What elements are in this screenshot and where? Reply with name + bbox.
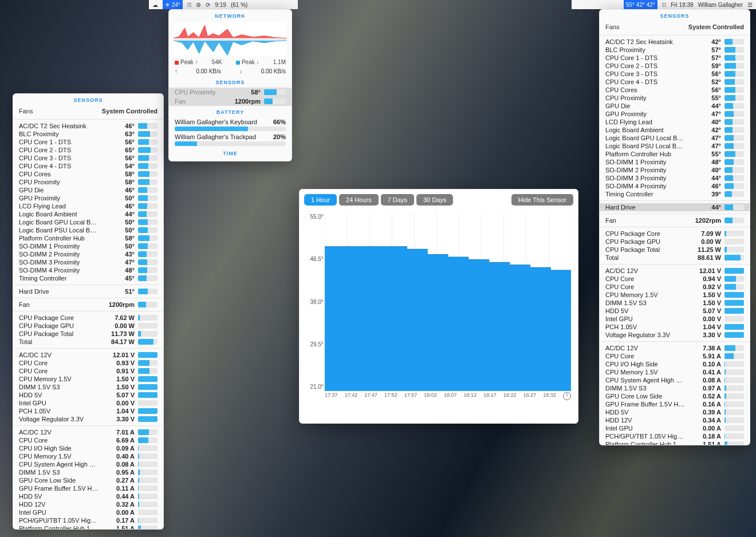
sensor-row[interactable]: AC/DC 12V 7.01 A: [13, 428, 163, 436]
sensor-row[interactable]: SO-DIMM 3 Proximity 44°: [600, 174, 750, 182]
sensor-row[interactable]: CPU Cores 58°: [13, 170, 163, 178]
sensor-row[interactable]: CPU Core 0.93 V: [13, 359, 163, 367]
sensor-row[interactable]: CPU Core 2 - DTS 59°: [600, 62, 750, 70]
sensor-row[interactable]: SO-DIMM 4 Proximity 46°: [600, 182, 750, 190]
sensor-row[interactable]: SO-DIMM 4 Proximity 48°: [13, 266, 163, 274]
sensor-row[interactable]: CPU Cores 56°: [600, 86, 750, 94]
sensor-row[interactable]: CPU Core 3 - DTS 56°: [13, 154, 163, 162]
sensor-row[interactable]: AC/DC 12V 12.01 V: [13, 351, 163, 359]
sensor-row[interactable]: GPU Die 44°: [600, 102, 750, 110]
sensor-row[interactable]: Platform Controller Hub 1.05V 1.51 A: [600, 440, 750, 445]
sensor-row[interactable]: AC/DC T2 Sec Heatsink 42°: [600, 38, 750, 46]
sensor-row[interactable]: Intel GPU 0.00 A: [600, 424, 750, 432]
sensor-row[interactable]: Platform Controller Hub 55°: [600, 150, 750, 158]
range-30-days[interactable]: 30 Days: [416, 194, 453, 206]
sensor-row[interactable]: Logic Board Ambient 42°: [600, 126, 750, 134]
sensor-row[interactable]: SO-DIMM 1 Proximity 50°: [13, 242, 163, 250]
menubar-user[interactable]: William Gallagher: [698, 2, 743, 8]
mini-sensor-row[interactable]: CPU Proximity58°: [169, 88, 292, 97]
sensor-row[interactable]: HDD 5V 0.44 A: [13, 492, 163, 500]
sensor-row[interactable]: AC/DC 12V 12.01 V: [600, 267, 750, 275]
sensor-row[interactable]: CPU Memory 1.5V 0.41 A: [600, 368, 750, 376]
sensor-row[interactable]: Total 84.17 W: [13, 338, 163, 346]
weather-chip[interactable]: ☀ 24°: [163, 0, 183, 9]
sensor-row[interactable]: Voltage Regulator 3.3V 3.30 V: [13, 415, 163, 423]
sensor-row[interactable]: Platform Controller Hub 58°: [13, 234, 163, 242]
sensor-row[interactable]: LCD Flying Lead 40°: [600, 118, 750, 126]
sensor-row[interactable]: GPU Core Low Side 0.27 A: [13, 476, 163, 484]
sensor-row[interactable]: CPU System Agent High Side 0.08 A: [13, 460, 163, 468]
sensor-row[interactable]: CPU Core 6.69 A: [13, 436, 163, 444]
sensor-row[interactable]: LCD Flying Lead 46°: [13, 202, 163, 210]
sensor-row[interactable]: Intel GPU 0.00 V: [13, 399, 163, 407]
sensor-row[interactable]: CPU Core 2 - DTS 65°: [13, 146, 163, 154]
sensor-row[interactable]: CPU Core 4 - DTS 52°: [600, 78, 750, 86]
battery-row[interactable]: William Gallagher's Trackpad 20%: [169, 132, 292, 147]
time-range-segmented[interactable]: 1 Hour24 Hours7 Days30 Days: [304, 194, 453, 206]
sensor-row[interactable]: CPU Core 0.92 V: [600, 283, 750, 291]
sensor-row[interactable]: Fan 1200rpm: [13, 301, 163, 309]
sensor-row[interactable]: HDD 12V 0.34 A: [600, 416, 750, 424]
sensor-row[interactable]: HDD 5V 0.39 A: [600, 408, 750, 416]
sensor-row[interactable]: CPU Core 0.94 V: [600, 275, 750, 283]
sensor-row[interactable]: DIMM 1.5V S3 0.95 A: [13, 468, 163, 476]
sensor-row[interactable]: Hard Drive 44°: [600, 203, 750, 211]
sensor-row[interactable]: Logic Board PSU Local Board 47°: [600, 142, 750, 150]
sensor-row[interactable]: CPU Core 0.91 V: [13, 367, 163, 375]
sensor-row[interactable]: PCH 1.05V 1.04 V: [13, 407, 163, 415]
sensor-row[interactable]: CPU Memory 1.5V 0.40 A: [13, 452, 163, 460]
sensor-row[interactable]: DIMM 1.5V S3 1.50 V: [600, 299, 750, 307]
sensor-row[interactable]: CPU Proximity 58°: [13, 178, 163, 186]
sensor-row[interactable]: AC/DC T2 Sec Heatsink 46°: [13, 122, 163, 130]
range-7-days[interactable]: 7 Days: [381, 194, 414, 206]
sensor-row[interactable]: CPU Package Total 11.73 W: [13, 330, 163, 338]
range-24-hours[interactable]: 24 Hours: [339, 194, 379, 206]
range-1-hour[interactable]: 1 Hour: [304, 194, 337, 206]
sensor-row[interactable]: Logic Board PSU Local Board 50°: [13, 226, 163, 234]
sensor-row[interactable]: GPU Die 46°: [13, 186, 163, 194]
sensor-row[interactable]: CPU Core 4 - DTS 54°: [13, 162, 163, 170]
sensor-row[interactable]: CPU Proximity 55°: [600, 94, 750, 102]
sensor-row[interactable]: Intel GPU 0.00 V: [600, 315, 750, 323]
sensor-row[interactable]: Hard Drive 51°: [13, 287, 163, 295]
sensor-row[interactable]: Fan 1202rpm: [600, 216, 750, 224]
sensor-row[interactable]: CPU Package Total 11.25 W: [600, 246, 750, 254]
sensor-row[interactable]: Intel GPU 0.00 A: [13, 508, 163, 516]
sensor-row[interactable]: PCH/GPU/TBT 1.05V High Side 0.18 A: [600, 432, 750, 440]
sensor-row[interactable]: HDD 5V 5.07 V: [600, 307, 750, 315]
sensor-row[interactable]: SO-DIMM 1 Proximity 48°: [600, 158, 750, 166]
temps-chip[interactable]: 55° 42° 42°: [624, 0, 657, 9]
camera-icon[interactable]: ▢⃞: [187, 2, 191, 8]
sensor-row[interactable]: CPU Package Core 7.62 W: [13, 314, 163, 322]
sensor-row[interactable]: CPU Core 3 - DTS 56°: [600, 70, 750, 78]
sensor-row[interactable]: Timing Controller 39°: [600, 190, 750, 198]
sensor-row[interactable]: CPU Package Core 7.09 W: [600, 230, 750, 238]
sensor-row[interactable]: PCH 1.05V 1.04 V: [600, 323, 750, 331]
hide-sensor-button[interactable]: Hide This Sensor: [511, 194, 573, 206]
sensor-row[interactable]: Logic Board GPU Local Board 50°: [13, 218, 163, 226]
sensor-row[interactable]: GPU Frame Buffer 1.5V High Side 0.16 A: [600, 400, 750, 408]
sensor-row[interactable]: AC/DC 12V 7.38 A: [600, 344, 750, 352]
sensor-row[interactable]: PCH/GPU/TBT 1.05V High Side 0.17 A: [13, 516, 163, 524]
battery-row[interactable]: William Gallagher's Keyboard 66%: [169, 117, 292, 132]
sensor-row[interactable]: Platform Controller Hub 1.05V 1.51 A: [13, 524, 163, 530]
sensor-row[interactable]: GPU Proximity 47°: [600, 110, 750, 118]
sensor-row[interactable]: SO-DIMM 3 Proximity 47°: [13, 258, 163, 266]
sensor-row[interactable]: CPU I/O High Side 0.10 A: [600, 360, 750, 368]
mini-sensor-row[interactable]: Fan1200rpm: [169, 97, 292, 106]
sensor-row[interactable]: HDD 5V 5.07 V: [13, 391, 163, 399]
sensor-row[interactable]: BLC Proximity 57°: [600, 46, 750, 54]
sensor-row[interactable]: CPU Package GPU 0.00 W: [13, 322, 163, 330]
sensor-row[interactable]: SO-DIMM 2 Proximity 43°: [13, 250, 163, 258]
sensor-row[interactable]: DIMM 1.5V S3 1.50 V: [13, 383, 163, 391]
sensor-row[interactable]: CPU System Agent High Side 0.08 A: [600, 376, 750, 384]
sensor-row[interactable]: BLC Proximity 63°: [13, 130, 163, 138]
sensor-row[interactable]: CPU Core 5.91 A: [600, 352, 750, 360]
sensor-row[interactable]: CPU Core 1 - DTS 57°: [600, 54, 750, 62]
sync-icon[interactable]: ⟳: [206, 2, 210, 8]
sensor-row[interactable]: SO-DIMM 2 Proximity 40°: [600, 166, 750, 174]
sensor-row[interactable]: GPU Proximity 50°: [13, 194, 163, 202]
sensor-row[interactable]: GPU Core Low Side 0.52 A: [600, 392, 750, 400]
bt-icon[interactable]: ⚙: [196, 2, 201, 8]
sensor-row[interactable]: GPU Frame Buffer 1.5V High Side 0.11 A: [13, 484, 163, 492]
